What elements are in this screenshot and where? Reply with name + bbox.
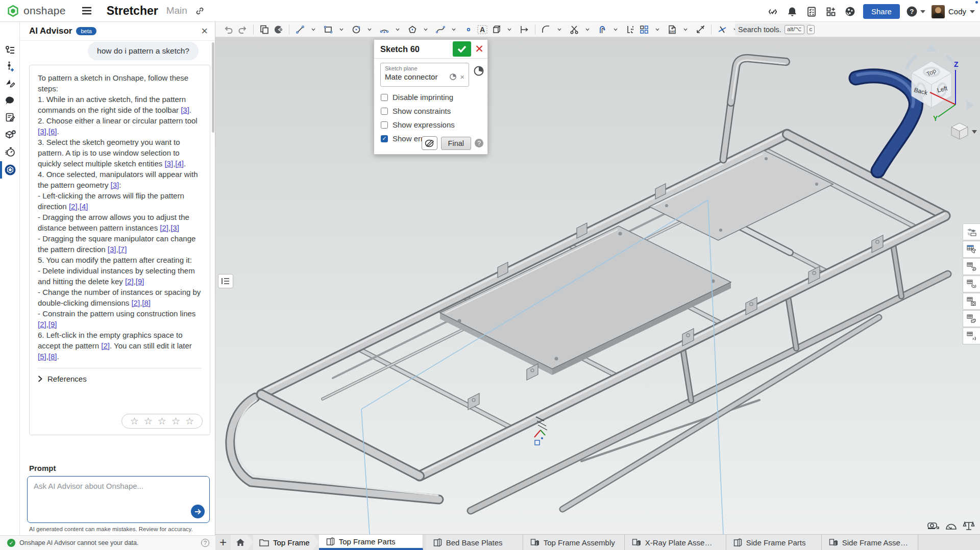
app-store-grid-icon[interactable] bbox=[824, 5, 838, 18]
tab-top-frame[interactable]: Top Frame bbox=[253, 535, 319, 550]
arc-tool-chevron-icon[interactable] bbox=[391, 23, 404, 36]
help-menu[interactable]: ? bbox=[906, 6, 925, 17]
sketch-plane-field[interactable]: Sketch plane Mate connector × bbox=[380, 63, 469, 87]
citation-link[interactable]: [3] bbox=[38, 127, 46, 136]
star-icon[interactable]: ☆ bbox=[130, 416, 139, 426]
citation-link[interactable]: [7] bbox=[118, 245, 127, 254]
redo-icon[interactable] bbox=[236, 23, 249, 36]
line-tool-icon[interactable] bbox=[294, 23, 306, 36]
tab-side-frame-assembly[interactable]: Side Frame Assembly bbox=[822, 535, 918, 550]
rectangle-tool-chevron-icon[interactable] bbox=[335, 23, 348, 36]
unchecked-checkbox-icon[interactable] bbox=[381, 121, 388, 129]
citation-link[interactable]: [4] bbox=[175, 159, 184, 168]
release-notes-icon[interactable] bbox=[0, 109, 20, 126]
circle-tool-icon[interactable] bbox=[350, 23, 362, 36]
undo-icon[interactable] bbox=[223, 23, 235, 36]
citation-link[interactable]: [2] bbox=[38, 320, 46, 329]
home-tab[interactable] bbox=[231, 535, 253, 550]
community-globe-icon[interactable] bbox=[844, 5, 857, 18]
citation-link[interactable]: [9] bbox=[136, 277, 144, 286]
citation-link[interactable]: [8] bbox=[142, 298, 151, 307]
line-tool-chevron-icon[interactable] bbox=[307, 23, 320, 36]
privacy-help-icon[interactable]: ? bbox=[201, 539, 209, 547]
citation-link[interactable]: [3] bbox=[170, 223, 179, 232]
commit-checkmark-button[interactable] bbox=[453, 41, 471, 57]
transform-tool-icon[interactable] bbox=[694, 23, 706, 36]
tab-side-frame-parts[interactable]: Side Frame Parts bbox=[726, 535, 822, 550]
citation-link[interactable]: [2] bbox=[125, 277, 134, 286]
close-panel-icon[interactable]: × bbox=[201, 26, 208, 37]
star-icon[interactable]: ☆ bbox=[144, 416, 153, 426]
dialog-help-icon[interactable]: ? bbox=[475, 139, 483, 147]
tab-x-ray-plate-assembly[interactable]: X-Ray Plate Assembly bbox=[625, 535, 726, 550]
rectangle-tool-icon[interactable] bbox=[322, 23, 334, 36]
appearances-panel-icon[interactable] bbox=[963, 223, 980, 240]
mate-connector-context-icon[interactable] bbox=[473, 65, 484, 77]
activity-timer-icon[interactable] bbox=[0, 143, 20, 160]
citation-link[interactable]: [2] bbox=[69, 202, 78, 211]
use-project-chevron-icon[interactable] bbox=[503, 23, 516, 36]
notifications-bell-icon[interactable] bbox=[786, 5, 799, 18]
send-button[interactable] bbox=[191, 505, 205, 518]
dimension-tool-icon[interactable] bbox=[518, 23, 530, 36]
search-tools-box[interactable]: alt/⌥ c bbox=[735, 23, 812, 36]
search-tools-input[interactable] bbox=[738, 26, 782, 34]
citation-link[interactable]: [3] bbox=[108, 245, 116, 254]
document-menu-icon[interactable] bbox=[80, 4, 93, 17]
learning-center-icon[interactable]: ? bbox=[0, 126, 20, 143]
frame-cutlist-icon[interactable] bbox=[963, 310, 980, 327]
sketch-edit-icon[interactable] bbox=[422, 136, 437, 150]
comments-icon[interactable] bbox=[0, 92, 20, 109]
checkbox-show-constraints[interactable]: Show constraints bbox=[381, 107, 451, 115]
bend-table-icon[interactable] bbox=[963, 258, 980, 275]
bom-table-icon[interactable] bbox=[963, 241, 980, 258]
publications-icon[interactable] bbox=[0, 74, 20, 92]
share-link-icon[interactable] bbox=[193, 4, 207, 17]
prompt-input[interactable] bbox=[28, 477, 209, 506]
citation-link[interactable]: [3] bbox=[164, 159, 173, 168]
checked-checkbox-icon[interactable]: ✓ bbox=[381, 135, 388, 142]
citation-link[interactable]: [4] bbox=[80, 202, 88, 211]
insert-dxf-icon[interactable]: DXF bbox=[666, 23, 678, 36]
star-icon[interactable]: ☆ bbox=[185, 416, 194, 426]
star-icon[interactable]: ☆ bbox=[172, 416, 180, 426]
view-cube[interactable]: Top Back Left Z Y bbox=[903, 38, 980, 142]
citation-link[interactable]: [3] bbox=[111, 181, 119, 189]
final-button[interactable]: Final bbox=[441, 137, 471, 150]
fillet-tool-chevron-icon[interactable] bbox=[553, 23, 566, 36]
offset-tool-chevron-icon[interactable] bbox=[609, 23, 622, 36]
protractor-icon[interactable] bbox=[944, 520, 958, 532]
citation-link[interactable]: [3] bbox=[181, 106, 189, 114]
hole-table-icon[interactable] bbox=[963, 293, 980, 310]
text-tool-icon[interactable]: A bbox=[476, 23, 488, 36]
point-tool-icon[interactable] bbox=[462, 23, 475, 36]
constraints-tool-icon[interactable] bbox=[716, 23, 728, 36]
cancel-x-button[interactable]: ✕ bbox=[471, 41, 487, 57]
circle-tool-chevron-icon[interactable] bbox=[363, 23, 376, 36]
featurescript-icon[interactable] bbox=[766, 5, 779, 18]
pattern-chevron-icon[interactable] bbox=[651, 23, 664, 36]
sketch-region-icon[interactable] bbox=[272, 23, 284, 36]
citation-link[interactable]: [6] bbox=[48, 127, 57, 136]
checkbox-show-expressions[interactable]: Show expressions bbox=[381, 120, 455, 129]
tape-measure-icon[interactable] bbox=[926, 520, 940, 532]
clear-selection-icon[interactable]: × bbox=[460, 72, 464, 81]
star-icon[interactable]: ☆ bbox=[158, 416, 166, 426]
graphics-area[interactable]: Top Back Left Z Y bbox=[215, 37, 980, 534]
workspace-name[interactable]: Main bbox=[166, 5, 187, 16]
use-project-icon[interactable] bbox=[490, 23, 502, 36]
add-tab-button[interactable]: + bbox=[215, 535, 231, 550]
versions-history-icon[interactable] bbox=[0, 58, 20, 75]
arc-tool-icon[interactable] bbox=[378, 23, 390, 36]
onshape-logo-icon[interactable] bbox=[6, 4, 19, 17]
citation-link[interactable]: [2] bbox=[160, 223, 168, 232]
split-tool-icon[interactable] bbox=[624, 23, 636, 36]
tasks-checklist-icon[interactable] bbox=[805, 5, 818, 18]
weldment-table-icon[interactable] bbox=[963, 276, 980, 292]
mass-properties-icon[interactable] bbox=[962, 520, 975, 532]
references-row[interactable]: References bbox=[38, 368, 202, 383]
citation-link[interactable]: [5] bbox=[38, 352, 46, 361]
unchecked-checkbox-icon[interactable] bbox=[381, 108, 388, 115]
citation-link[interactable]: [8] bbox=[48, 352, 57, 361]
spline-tool-icon[interactable] bbox=[434, 23, 447, 36]
